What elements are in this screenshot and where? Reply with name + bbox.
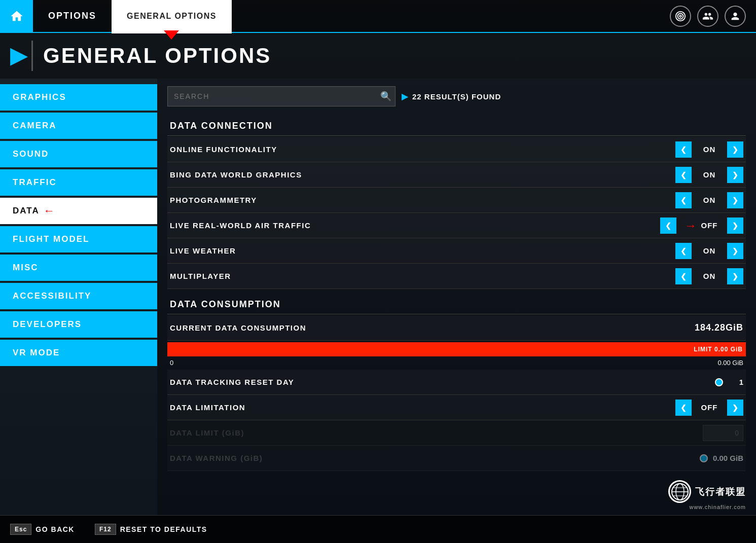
sidebar-item-accessibility[interactable]: ACCESSIBILITY (0, 283, 157, 309)
sidebar-item-sound[interactable]: SOUND (0, 141, 157, 167)
live-air-traffic-left-btn[interactable]: ❮ → (660, 218, 676, 234)
sidebar-item-graphics[interactable]: GRAPHICS (0, 84, 157, 111)
watermark: 飞行者联盟 www.chinaflier.com (668, 480, 746, 510)
multiplayer-control: ❮ ON ❯ (675, 268, 743, 284)
progress-limit-label: LIMIT 0.00 GiB (694, 346, 743, 353)
data-warning-value: 0.00 GiB (713, 454, 743, 462)
watermark-brand-text: 飞行者联盟 (695, 486, 746, 498)
user-icon (730, 11, 741, 22)
search-input[interactable] (167, 86, 395, 106)
online-functionality-control: ❮ ON ❯ (675, 141, 743, 158)
target-icon (675, 11, 686, 22)
live-weather-right-btn[interactable]: ❯ (727, 243, 743, 259)
multiplayer-value: ON (694, 272, 725, 280)
data-arrow-indicator: ← (44, 204, 56, 218)
data-limitation-label: DATA LIMITATION (170, 403, 675, 412)
search-input-wrap: 🔍 (167, 86, 395, 106)
data-tracking-slider[interactable] (715, 378, 723, 386)
live-weather-control: ❮ ON ❯ (675, 243, 743, 259)
bing-data-left-btn[interactable]: ❮ (675, 167, 692, 183)
group-button[interactable] (697, 6, 718, 27)
data-limitation-value: OFF (694, 403, 725, 412)
data-warning-label: DATA WARNING (GiB) (170, 454, 700, 462)
group-icon (702, 11, 713, 22)
live-air-traffic-label: LIVE REAL-WORLD AIR TRAFFIC (170, 221, 660, 230)
esc-key-label: Esc (10, 524, 31, 535)
go-back-label: GO BACK (35, 525, 75, 533)
live-weather-left-btn[interactable]: ❮ (675, 243, 692, 259)
live-air-traffic-row: LIVE REAL-WORLD AIR TRAFFIC ❮ → OFF ❯ (167, 213, 746, 238)
bing-data-row: BING DATA WORLD GRAPHICS ❮ ON ❯ (167, 162, 746, 188)
user-button[interactable] (725, 6, 746, 27)
live-weather-label: LIVE WEATHER (170, 246, 675, 255)
photogrammetry-value: ON (694, 196, 725, 204)
online-functionality-left-btn[interactable]: ❮ (675, 141, 692, 158)
results-chevron-icon: ▶ (402, 92, 408, 101)
multiplayer-right-btn[interactable]: ❯ (727, 268, 743, 284)
data-limit-label: DATA LIMIT (GiB) (170, 428, 703, 437)
online-functionality-label: ONLINE FUNCTIONALITY (170, 145, 675, 154)
live-weather-value: ON (694, 246, 725, 255)
go-back-button[interactable]: Esc GO BACK (10, 524, 75, 535)
bing-data-value: ON (694, 170, 725, 179)
sidebar: GRAPHICS CAMERA SOUND TRAFFIC DATA ← FLI… (0, 79, 157, 515)
progress-minmax: 0 0.00 GiB (167, 358, 746, 368)
page-title: GENERAL OPTIONS (43, 44, 271, 68)
photogrammetry-left-btn[interactable]: ❮ (675, 192, 692, 208)
multiplayer-left-btn[interactable]: ❮ (675, 268, 692, 284)
multiplayer-label: MULTIPLAYER (170, 272, 675, 280)
watermark-globe-icon (671, 483, 689, 501)
online-functionality-row: ONLINE FUNCTIONALITY ❮ ON ❯ (167, 137, 746, 162)
top-bar: OPTIONS GENERAL OPTIONS (0, 0, 756, 33)
current-data-value: 184.28GiB (695, 322, 743, 333)
photogrammetry-row: PHOTOGRAMMETRY ❮ ON ❯ (167, 188, 746, 213)
bing-data-right-btn[interactable]: ❯ (727, 167, 743, 183)
current-data-consumption-row: CURRENT DATA CONSUMPTION 184.28GiB (167, 315, 746, 341)
f12-key-label: F12 (95, 524, 116, 535)
sidebar-item-flight-model[interactable]: FLIGHT MODEL (0, 226, 157, 252)
live-air-traffic-control: ❮ → OFF ❯ (660, 218, 743, 234)
photogrammetry-label: PHOTOGRAMMETRY (170, 196, 675, 204)
sidebar-item-vr-mode[interactable]: VR MODE (0, 340, 157, 366)
sidebar-item-camera[interactable]: CAMERA (0, 113, 157, 139)
photogrammetry-right-btn[interactable]: ❯ (727, 192, 743, 208)
live-weather-row: LIVE WEATHER ❮ ON ❯ (167, 238, 746, 264)
data-limit-input (703, 425, 743, 441)
progress-min-label: 0 (170, 359, 173, 367)
page-title-bar: ▶ GENERAL OPTIONS (0, 33, 756, 79)
home-icon (10, 9, 24, 23)
achievements-button[interactable] (670, 6, 691, 27)
photogrammetry-control: ❮ ON ❯ (675, 192, 743, 208)
sidebar-item-developers[interactable]: DEVELOPERS (0, 311, 157, 338)
multiplayer-row: MULTIPLAYER ❮ ON ❯ (167, 264, 746, 289)
data-warning-slider[interactable] (700, 454, 708, 462)
results-found: ▶ 22 RESULT(S) FOUND (402, 92, 501, 101)
home-button[interactable] (0, 0, 33, 32)
sidebar-item-traffic[interactable]: TRAFFIC (0, 169, 157, 196)
title-chevron-icon: ▶ (10, 45, 26, 66)
reset-label: RESET TO DEFAULTS (120, 525, 207, 533)
bottom-bar: Esc GO BACK F12 RESET TO DEFAULTS (0, 515, 756, 543)
data-tracking-reset-label: DATA TRACKING RESET DAY (170, 378, 715, 386)
live-air-traffic-arrow-indicator: → (685, 219, 697, 233)
data-limitation-row: DATA LIMITATION ❮ OFF ❯ (167, 395, 746, 420)
svg-point-2 (678, 13, 683, 19)
online-functionality-right-btn[interactable]: ❯ (727, 141, 743, 158)
live-air-traffic-right-btn[interactable]: ❯ (727, 218, 743, 234)
tab-arrow-indicator (164, 30, 179, 40)
general-options-tab[interactable]: GENERAL OPTIONS (112, 0, 232, 32)
search-icon[interactable]: 🔍 (380, 91, 391, 102)
data-limitation-left-btn[interactable]: ❮ (675, 400, 692, 416)
progress-max-label: 0.00 GiB (717, 359, 743, 367)
data-limitation-right-btn[interactable]: ❯ (727, 400, 743, 416)
options-nav-label[interactable]: OPTIONS (33, 11, 112, 21)
bing-data-label: BING DATA WORLD GRAPHICS (170, 170, 675, 179)
sidebar-item-misc[interactable]: MISC (0, 255, 157, 281)
sidebar-item-data[interactable]: DATA ← (0, 198, 157, 224)
top-bar-icons (670, 6, 756, 27)
search-bar: 🔍 ▶ 22 RESULT(S) FOUND (167, 86, 746, 106)
reset-defaults-button[interactable]: F12 RESET TO DEFAULTS (95, 524, 207, 535)
content-panel: 🔍 ▶ 22 RESULT(S) FOUND DATA CONNECTION O… (157, 79, 756, 515)
data-limitation-control: ❮ OFF ❯ (675, 400, 743, 416)
data-progress-bar: LIMIT 0.00 GiB (167, 342, 746, 356)
